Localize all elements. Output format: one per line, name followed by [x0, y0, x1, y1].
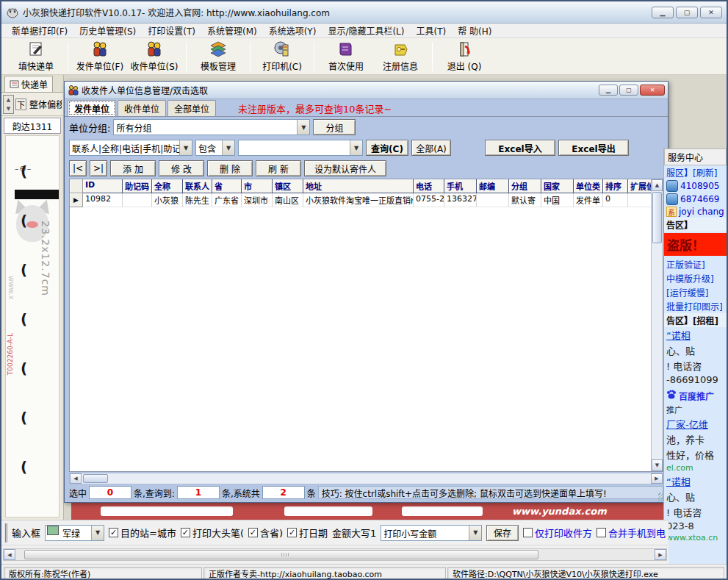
column-header[interactable]: 手机 [444, 179, 477, 193]
excel-import-button[interactable]: Excel导入 [485, 140, 555, 156]
minimize-button[interactable]: ▁ [652, 7, 674, 18]
table-cell[interactable]: 0 [603, 193, 628, 207]
chevron-down-icon[interactable]: ▼ [469, 526, 481, 540]
table-row[interactable]: ▶10982小灰狼陈先生广东省深圳市南山区小灰狼软件淘宝唯一正版直销htt075… [70, 193, 663, 207]
baidu-promo[interactable]: 百度推广 [664, 389, 727, 403]
spin-up-icon[interactable]: ▲ [4, 96, 13, 104]
scroll-left-icon[interactable]: ◀ [70, 473, 82, 484]
sidebar-link[interactable]: 服区】[刷新] [664, 165, 727, 179]
show-all-button[interactable]: 全部(A) [411, 140, 451, 156]
add-button[interactable]: 添 加 [110, 160, 156, 176]
column-header[interactable]: ID [83, 179, 123, 193]
last-record-button[interactable]: >| [90, 160, 107, 176]
table-cell[interactable]: 南山区 [273, 193, 303, 207]
down-button[interactable]: 下 [15, 99, 26, 110]
column-header[interactable]: 分组 [509, 179, 541, 193]
table-cell[interactable] [477, 193, 509, 207]
chevron-down-icon[interactable]: ▼ [222, 140, 234, 155]
group-button[interactable]: 分组 [313, 119, 356, 135]
big-marker-checkbox[interactable]: ✓打印大头笔( [181, 526, 244, 540]
sidebar-link[interactable]: 正版验证] [664, 257, 727, 271]
excel-export-button[interactable]: Excel导出 [558, 140, 629, 156]
table-cell[interactable]: 广东省 [212, 193, 242, 207]
scroll-down-icon[interactable]: ▼ [652, 459, 663, 471]
template-name-button[interactable]: 韵达1311 [4, 118, 61, 134]
sidebar-link[interactable]: 批量打印图示] [664, 299, 727, 313]
delete-button[interactable]: 删 除 [207, 160, 253, 176]
edit-button[interactable]: 修 改 [159, 160, 204, 176]
row-selector-cell[interactable]: ▶ [70, 193, 83, 207]
print-date-checkbox[interactable]: ✓打日期 [287, 526, 328, 540]
first-record-button[interactable]: |< [69, 160, 87, 176]
sidebar-link[interactable]: “诺相 [664, 327, 727, 343]
include-province-checkbox[interactable]: ✓含省) [248, 526, 283, 540]
table-vscrollbar[interactable]: ▲ ▼ [651, 179, 663, 471]
table-cell[interactable]: 小灰狼软件淘宝唯一正版直销htt [303, 193, 414, 207]
keyword-input[interactable]: ▼ [238, 140, 363, 156]
column-header[interactable]: 全称 [152, 179, 183, 193]
column-header[interactable]: 镇区 [273, 179, 303, 193]
column-header[interactable]: 助记码 [123, 179, 152, 193]
sidebar-link[interactable]: [运行缓慢] [664, 285, 727, 299]
column-header[interactable]: 市 [242, 179, 273, 193]
offset-spinner[interactable]: ▲▼ [3, 95, 14, 114]
main-hscroll-thumb[interactable] [24, 550, 538, 559]
toolbar-button-exit[interactable]: 退出 (Q) [437, 40, 491, 74]
main-hscrollbar[interactable]: ◀ ▶ [1, 545, 668, 564]
maximize-button[interactable]: ▢ [676, 7, 698, 18]
amount-mode-select[interactable]: 打印小写金额 ▼ [381, 525, 482, 541]
input-color-select[interactable]: 军绿 ▼ [45, 525, 104, 541]
toolbar-button-first-use[interactable]: 首次使用 [319, 40, 373, 74]
dialog-close-button[interactable]: ✕ [640, 85, 665, 96]
menu-item[interactable]: 系统选项(Y) [263, 24, 322, 37]
vscroll-thumb[interactable] [652, 192, 662, 243]
qq-contact[interactable]: 6874669 [664, 193, 727, 206]
column-header[interactable]: 国家 [541, 179, 574, 193]
scroll-left-icon[interactable]: ◀ [4, 549, 15, 560]
spin-down-icon[interactable]: ▼ [4, 104, 13, 113]
toolbar-button-receiver-unit[interactable]: 收件单位(S) [127, 40, 181, 74]
table-cell[interactable]: 1363278 [444, 193, 477, 207]
group-select[interactable]: 所有分组 ▼ [113, 119, 310, 135]
menu-item[interactable]: 工具(T) [410, 24, 452, 37]
qq-contact[interactable]: 4108905 [664, 179, 727, 193]
column-header[interactable]: 电话 [414, 179, 444, 193]
scroll-right-icon[interactable]: ▶ [655, 549, 666, 560]
scroll-up-icon[interactable]: ▲ [652, 179, 663, 191]
column-header[interactable]: 排序 [603, 179, 628, 193]
table-cell[interactable]: 陈先生 [183, 193, 212, 207]
dialog-minimize-button[interactable]: ▁ [599, 85, 618, 96]
column-header[interactable]: 单位类 [574, 179, 603, 193]
table-cell[interactable] [123, 193, 152, 207]
column-header[interactable]: 邮编 [477, 179, 509, 193]
table-cell[interactable]: 发件单 [574, 193, 603, 207]
table-cell[interactable]: 中国 [541, 193, 574, 207]
match-mode-select[interactable]: 包含 ▼ [195, 140, 235, 156]
toolbar-button-template-manage[interactable]: 模板管理 [191, 40, 245, 74]
chevron-down-icon[interactable]: ▼ [350, 140, 362, 155]
column-header[interactable]: 地址 [303, 179, 414, 193]
toolbar-button-fill-form[interactable]: 填快递单 [9, 40, 63, 74]
toolbar-button-printer[interactable]: 打印机(C) [255, 40, 309, 74]
template-preview[interactable]: –⊕– ((((((( 23.2x12.7cm www.x T002260-A-… [5, 135, 60, 518]
menu-item[interactable]: 历史单管理(S) [73, 24, 142, 37]
merge-phone-checkbox[interactable]: 合并手机到电 [597, 526, 666, 540]
chevron-down-icon[interactable]: ▼ [179, 140, 192, 155]
menu-item[interactable]: 新单据打印(F) [6, 24, 73, 37]
refresh-button[interactable]: 刷 新 [256, 160, 301, 176]
sidebar-link[interactable]: 厂家-亿维 [664, 416, 727, 432]
menu-item[interactable]: 打印设置(T) [142, 24, 201, 37]
dialog-tab-2[interactable]: 全部单位 [167, 100, 216, 116]
hscroll-thumb[interactable] [83, 474, 108, 483]
menu-item[interactable]: 系统管理(M) [201, 24, 263, 37]
tab-express-form[interactable]: 快递单 [4, 76, 53, 92]
table-cell[interactable]: 0755-26 [414, 193, 444, 207]
search-button[interactable]: 查询(C) [366, 140, 408, 156]
sidebar-link[interactable]: “诺相 [664, 473, 727, 489]
scroll-right-icon[interactable]: ▶ [651, 473, 663, 484]
table-cell[interactable]: 10982 [83, 193, 123, 207]
dialog-tab-0[interactable]: 发件单位 [68, 100, 116, 116]
toolbar-button-register-info[interactable]: 注册信息 [373, 40, 428, 74]
dialog-titlebar[interactable]: 收发件人单位信息管理/双击选取 ▁ ▢ ✕ [65, 82, 668, 99]
column-header[interactable]: 省 [212, 179, 242, 193]
